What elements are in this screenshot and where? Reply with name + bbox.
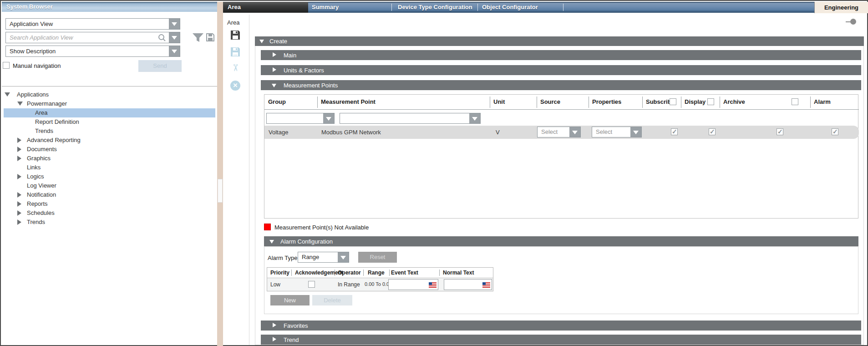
panel-splitter[interactable] (217, 2, 223, 346)
archive-checkbox[interactable] (777, 128, 783, 135)
tree-item-graphics[interactable]: Graphics (2, 154, 217, 163)
alarm-row[interactable]: Low In Range 0.00 To 0.00 (267, 278, 493, 291)
engineering-mode-button[interactable]: Engineering (814, 2, 868, 13)
chevron-down-icon[interactable] (469, 113, 480, 123)
group-filter-dropdown[interactable] (266, 113, 335, 124)
normal-text-field[interactable] (444, 279, 492, 290)
chevron-down-icon[interactable] (630, 127, 641, 137)
tab-device-type-configuration[interactable]: Device Type Configuration (398, 4, 472, 10)
expander-right-icon[interactable] (273, 323, 276, 327)
col-header-archive[interactable]: Archive (723, 98, 745, 105)
chevron-down-icon[interactable] (338, 252, 349, 262)
view-selector-value: Application View (10, 20, 53, 27)
tree-item-reports[interactable]: Reports (2, 199, 217, 209)
tree-item-logics[interactable]: Logics (2, 172, 217, 181)
chevron-down-icon[interactable] (169, 32, 180, 43)
expander-right-icon[interactable] (273, 67, 276, 72)
col-header-measurement-point[interactable]: Measurement Point (321, 98, 376, 105)
event-text-field[interactable] (388, 279, 438, 290)
subscribe-checkbox[interactable] (671, 128, 678, 135)
tree-item-log-viewer[interactable]: Log Viewer (2, 181, 217, 190)
tree-item-documents[interactable]: Documents (2, 145, 217, 154)
expander-right-icon[interactable] (273, 337, 276, 341)
expander-down-icon[interactable] (5, 92, 10, 97)
tree-item-trends[interactable]: Trends (2, 218, 217, 227)
expander-right-icon[interactable] (17, 201, 21, 207)
splitter-handle[interactable] (218, 179, 223, 203)
expander-right-icon[interactable] (17, 137, 21, 143)
language-flag-icon[interactable] (429, 282, 437, 288)
alarm-checkbox[interactable] (832, 128, 838, 135)
section-alarm-configuration[interactable]: Alarm Configuration (264, 236, 858, 246)
alarm-type-dropdown[interactable]: Range (298, 252, 349, 263)
expander-right-icon[interactable] (17, 219, 21, 225)
row-operator: In Range (338, 281, 360, 288)
tree-item-notification[interactable]: Notification (2, 190, 217, 199)
new-button[interactable]: New (270, 295, 310, 305)
col-header-range: Range (368, 270, 385, 276)
section-units-factors[interactable]: Units & Factors (261, 65, 861, 75)
expander-right-icon[interactable] (273, 52, 276, 57)
event-text-input[interactable] (390, 280, 426, 289)
tab-object-configurator[interactable]: Object Configurator (482, 4, 538, 10)
chevron-down-icon[interactable] (169, 19, 180, 29)
pin-icon[interactable] (846, 18, 858, 25)
tree-item-report-definition[interactable]: Report Definition (2, 117, 217, 127)
chevron-down-icon[interactable] (169, 46, 180, 56)
measurement-point-row[interactable]: Voltage Modbus GPM Network V Select Sele… (264, 126, 859, 139)
expander-right-icon[interactable] (17, 210, 21, 216)
expander-down-icon[interactable] (17, 102, 23, 106)
delete-button[interactable]: Delete (312, 295, 352, 305)
col-header-acknowledgement: Acknowledgement (295, 270, 343, 276)
search-input[interactable] (6, 32, 157, 43)
normal-text-input[interactable] (445, 280, 482, 289)
description-selector[interactable]: Show Description (5, 46, 180, 57)
chevron-down-icon[interactable] (569, 127, 580, 137)
tree-item-advanced-reporting[interactable]: Advanced Reporting (2, 136, 217, 145)
search-box[interactable] (5, 32, 180, 43)
tree-item-links[interactable]: Links (2, 163, 217, 172)
col-header-display[interactable]: Display (685, 98, 706, 105)
section-create[interactable]: Create (255, 36, 864, 46)
tree-item-schedules[interactable]: Schedules (2, 209, 217, 218)
language-flag-icon[interactable] (482, 282, 490, 288)
archive-all-checkbox[interactable] (792, 98, 798, 105)
section-favorites[interactable]: Favorites (261, 321, 861, 331)
expander-right-icon[interactable] (17, 156, 21, 161)
display-all-checkbox[interactable] (707, 98, 714, 105)
tree-item-area[interactable]: Area (2, 108, 217, 117)
chevron-down-icon[interactable] (323, 113, 334, 123)
acknowledgement-checkbox[interactable] (308, 281, 315, 288)
expander-down-icon[interactable] (272, 84, 276, 87)
display-checkbox[interactable] (709, 128, 716, 135)
save-icon[interactable] (230, 30, 240, 40)
measurement-point-filter-dropdown[interactable] (340, 113, 481, 124)
expander-right-icon[interactable] (17, 174, 21, 179)
reset-button[interactable]: Reset (358, 252, 397, 263)
col-header-alarm[interactable]: Alarm (814, 98, 831, 105)
section-measurement-points[interactable]: Measurement Points (261, 80, 861, 90)
tab-area[interactable]: Area (223, 2, 308, 13)
tree-item-applications[interactable]: Applications (2, 90, 217, 99)
send-button[interactable]: Send (138, 60, 182, 72)
filter-icon[interactable] (192, 33, 204, 43)
col-header-unit[interactable]: Unit (493, 98, 505, 105)
section-trend[interactable]: Trend (261, 335, 861, 345)
tab-summary[interactable]: Summary (312, 4, 339, 10)
section-main[interactable]: Main (261, 50, 861, 60)
manual-navigation-checkbox[interactable] (3, 62, 10, 69)
tree-item-powermanager[interactable]: Powermanager (2, 99, 217, 108)
col-header-source[interactable]: Source (540, 98, 560, 105)
save-filter-icon[interactable] (206, 33, 215, 42)
expander-right-icon[interactable] (17, 147, 21, 152)
source-select-dropdown[interactable]: Select (537, 127, 581, 137)
expander-right-icon[interactable] (17, 192, 21, 198)
expander-down-icon[interactable] (269, 240, 274, 244)
col-header-group[interactable]: Group (268, 98, 286, 105)
col-header-properties[interactable]: Properties (592, 98, 621, 105)
view-selector[interactable]: Application View (5, 18, 180, 30)
tree-item-trends-child[interactable]: Trends (2, 127, 217, 136)
subscribe-all-checkbox[interactable] (670, 98, 676, 105)
properties-select-dropdown[interactable]: Select (592, 127, 642, 137)
expander-down-icon[interactable] (259, 40, 264, 43)
